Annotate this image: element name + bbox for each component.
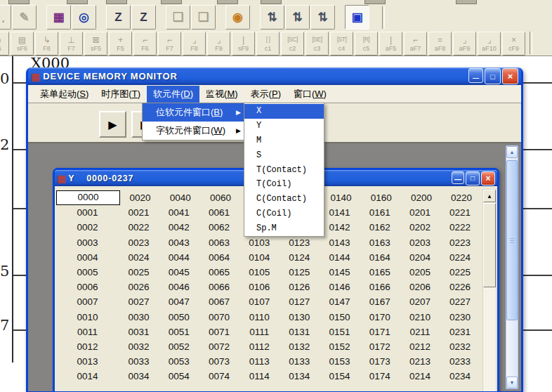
grid-cell[interactable]: 0201 [400,207,440,218]
grid-cell[interactable]: 0132 [280,341,320,352]
grid-cell[interactable]: 0200 [401,192,441,203]
grid-cell[interactable]: 0074 [199,371,239,381]
grid-cell[interactable]: 0020 [120,192,160,203]
monitor-adjust-button-2[interactable]: ⇅ [285,5,310,30]
ladder-tool-F6-button[interactable]: ⌐F6 [133,32,157,55]
grid-cell[interactable]: 0070 [199,312,239,322]
grid-cell[interactable]: 0153 [320,356,360,367]
grid-cell[interactable]: 0064 [199,252,239,263]
grid-cell[interactable]: 0234 [440,371,480,381]
grid-cell[interactable]: 0044 [159,252,199,263]
grid-cell[interactable]: 0051 [159,327,199,337]
menu-item-S[interactable]: 菜单起动(S) [34,86,95,103]
grid-cell[interactable]: 0052 [159,341,199,352]
grid-cell[interactable]: 0067 [199,296,239,307]
grid-maximize-button[interactable]: □ [466,171,480,185]
grid-cell[interactable]: 0010 [56,312,119,322]
grid-cell[interactable]: 0233 [440,356,480,367]
ladder-tool-F7-button[interactable]: ⌐F7 [158,32,181,55]
grid-cell[interactable]: 0202 [400,222,440,233]
grid-cell[interactable]: 0133 [280,356,320,367]
grid-cell[interactable]: 0042 [159,222,199,233]
grid-cell[interactable]: 0025 [119,267,159,277]
grid-cell[interactable]: 0130 [280,312,320,322]
grid-cell[interactable]: 0066 [199,282,239,292]
grid-cell[interactable]: 0167 [360,296,400,307]
grid-cell[interactable]: 0220 [442,192,482,203]
popup-item-W[interactable]: 字软元件窗口(W)▶ [143,122,245,140]
edit-pen-button[interactable]: ✎ [12,5,37,30]
grid-cell[interactable]: 0041 [159,207,199,218]
menu-item-T[interactable]: 时序图(T) [95,86,147,103]
grid-cell[interactable]: 0146 [320,282,360,292]
grid-cell[interactable]: 0014 [56,371,119,381]
grid-scrollbar[interactable]: ▲ [482,189,497,391]
grid-cell[interactable]: 0125 [280,267,320,277]
ladder-tool-aF7-button[interactable]: ⌐aF7 [404,32,427,55]
grid-cell[interactable]: 0210 [400,312,440,322]
grid-cell[interactable]: 0212 [400,341,440,352]
monitor-adjust-button-1[interactable]: ⇅ [260,5,284,30]
grid-cell[interactable]: 0163 [360,237,400,248]
ladder-tool-F6-button[interactable]: ▭F6 [0,32,9,55]
grid-cell[interactable]: 0231 [440,327,480,337]
grid-cell[interactable]: 0060 [200,192,240,203]
grid-cell[interactable]: 0104 [239,252,280,263]
grid-cell[interactable]: 0154 [320,371,360,381]
clipboard-fragment-button[interactable]: ⋱ [0,5,11,30]
device-memory-button[interactable]: ▦ [46,5,71,30]
grid-cell[interactable]: 0034 [119,371,159,381]
grid-cell[interactable]: 0226 [440,282,480,292]
grid-cell[interactable]: 0073 [199,356,239,367]
grid-cell[interactable]: 0134 [280,371,320,381]
grid-cell[interactable]: 0024 [119,252,159,263]
ladder-tool-F8-button[interactable]: ⌟F8 [183,32,206,55]
grid-cell[interactable]: 0174 [360,371,400,381]
grid-cell[interactable]: 0062 [199,222,239,233]
ladder-tool-sF9-button[interactable]: |sF9 [232,32,255,55]
grid-cell[interactable]: 0046 [159,282,199,292]
grid-cell[interactable]: 0065 [199,267,239,277]
grid-cell[interactable]: 0223 [440,237,480,248]
zoom-magnifier-button[interactable]: ◎ [72,5,96,30]
grid-cell[interactable]: 0006 [56,282,119,292]
grid-cell[interactable]: 0203 [400,237,440,248]
grid-cell[interactable]: 0005 [56,267,119,277]
grid-cell[interactable]: 0114 [239,371,280,381]
grid-cell[interactable]: 0127 [280,296,320,307]
grid-cell[interactable]: 0106 [239,282,280,292]
grid-cell[interactable]: 0111 [239,327,280,337]
trace-button-2[interactable]: Z [131,5,156,30]
grid-cell[interactable]: 0107 [239,296,280,307]
submenu-item-Y[interactable]: Y [244,119,324,133]
mdi-scrollbar-thumb[interactable] [506,160,518,320]
window-jump-button-2[interactable]: ❏ [191,5,216,30]
grid-minimize-button[interactable]: — [452,171,464,184]
submenu-item-C(Coil)[interactable]: C(Coil) [244,207,324,221]
grid-cell[interactable]: 0033 [119,356,159,367]
grid-cell[interactable]: 0205 [400,267,440,277]
grid-cell[interactable]: 0022 [119,222,159,233]
grid-scrollbar-thumb[interactable] [483,203,496,287]
ladder-tool-c3-button[interactable]: [SE]c3 [305,32,329,55]
mdi-scroll-down-button[interactable]: ▼ [506,377,518,388]
grid-cell[interactable]: 0170 [360,312,400,322]
mdi-scrollbar[interactable]: ▲ ▼ [506,145,518,389]
submenu-item-S[interactable]: S [244,148,324,162]
menu-item-W[interactable]: 窗口(W) [287,86,333,103]
ladder-tool-cF9-button[interactable]: ×cF9 [502,32,525,55]
grid-cell[interactable]: 0211 [400,327,440,337]
grid-close-button[interactable]: × [481,171,495,185]
grid-cell[interactable]: 0003 [56,237,119,248]
grid-cell[interactable]: 0045 [159,267,199,277]
grid-cell[interactable]: 0050 [159,312,199,322]
grid-cell[interactable]: 0224 [440,252,480,263]
grid-cell[interactable]: 0124 [280,252,320,263]
grid-cell[interactable]: 0204 [400,252,440,263]
grid-cell[interactable]: 0164 [360,252,400,263]
ladder-tool-F8-button[interactable]: ↳F8 [35,32,58,55]
grid-cell[interactable]: 0150 [320,312,360,322]
grid-cell[interactable]: 0171 [360,327,400,337]
mdi-scroll-up-button[interactable]: ▲ [506,146,518,158]
menu-item-M[interactable]: 监视(M) [199,86,244,103]
